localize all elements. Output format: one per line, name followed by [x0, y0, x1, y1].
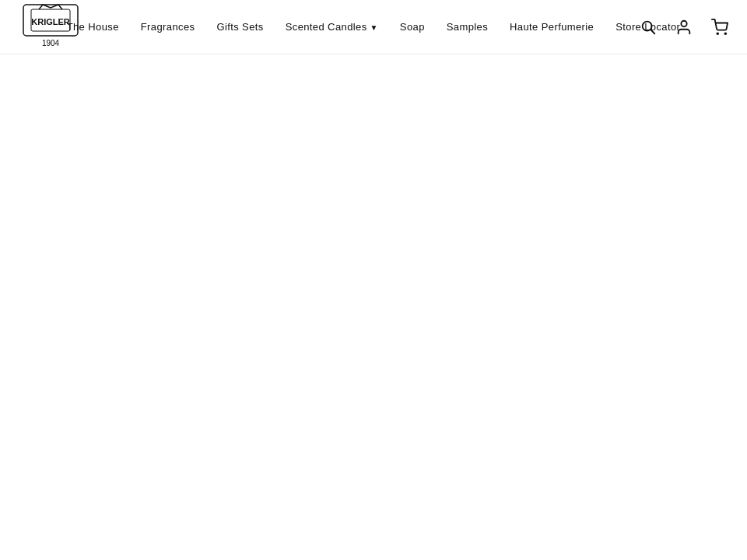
svg-point-7 [717, 33, 718, 34]
nav-item-store-locator[interactable]: Store Locator [605, 21, 691, 33]
svg-text:1904: 1904 [42, 39, 60, 47]
main-nav: The House Fragrances Gifts Sets Scented … [56, 21, 692, 33]
site-header: KRIGLER 1904 The House Fragrances Gifts … [0, 0, 747, 54]
nav-item-gifts-sets[interactable]: Gifts Sets [205, 21, 274, 33]
svg-point-8 [724, 33, 726, 34]
nav-item-fragrances[interactable]: Fragrances [130, 21, 206, 33]
nav-item-samples[interactable]: Samples [436, 21, 499, 33]
cart-icon [711, 19, 728, 36]
main-content [0, 54, 747, 560]
nav-item-soap[interactable]: Soap [389, 21, 436, 33]
nav-item-haute-perfumerie[interactable]: Haute Perfumerie [499, 21, 605, 33]
chevron-down-icon: ▼ [370, 23, 378, 32]
cart-button[interactable] [708, 16, 731, 39]
nav-item-the-house[interactable]: The House [56, 21, 130, 33]
nav-item-scented-candles[interactable]: Scented Candles ▼ [275, 21, 389, 33]
